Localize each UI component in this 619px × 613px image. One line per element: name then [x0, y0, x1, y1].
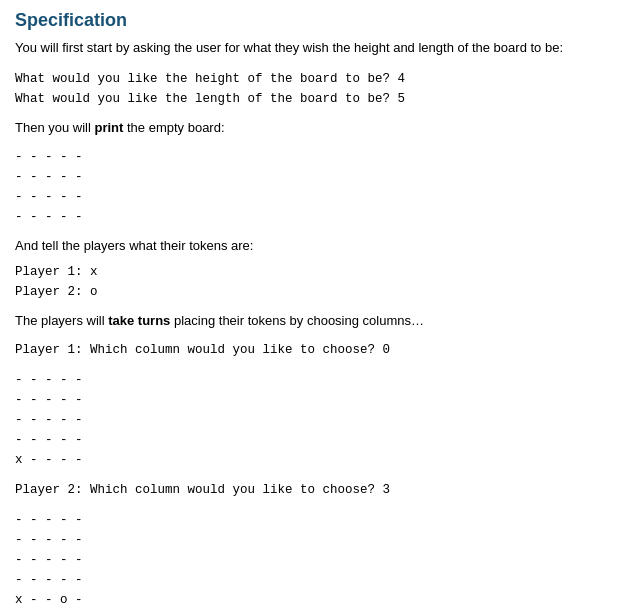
board-row: - - - - - — [15, 510, 604, 530]
page-title: Specification — [15, 10, 604, 31]
turn2-board: - - - - - - - - - - - - - - - - - - - - … — [15, 510, 604, 610]
turn1-prompt-line: Player 1: Which column would you like to… — [15, 340, 604, 360]
you-word: You will first start by asking the user … — [15, 40, 563, 55]
turn2-prompt-line: Player 2: Which column would you like to… — [15, 480, 604, 500]
board-row: - - - - - — [15, 167, 604, 187]
player1-token: Player 1: x — [15, 262, 604, 282]
turn1-prompt: Player 1: Which column would you like to… — [15, 340, 604, 360]
board-row: x - - - - — [15, 450, 604, 470]
board-row: - - - - - — [15, 390, 604, 410]
board-row: - - - - - — [15, 147, 604, 167]
tokens-label: And tell the players what their tokens a… — [15, 237, 604, 255]
height-prompt: What would you like the height of the bo… — [15, 69, 604, 89]
turn2-prompt: Player 2: Which column would you like to… — [15, 480, 604, 500]
player2-token: Player 2: o — [15, 282, 604, 302]
board-row: - - - - - — [15, 430, 604, 450]
empty-board-label: Then you will print the empty board: — [15, 119, 604, 137]
intro-text: You will first start by asking the user … — [15, 39, 604, 57]
input-prompts: What would you like the height of the bo… — [15, 69, 604, 109]
turns-label: The players will take turns placing thei… — [15, 312, 604, 330]
empty-board: - - - - - - - - - - - - - - - - - - - - — [15, 147, 604, 227]
board-row: x - - o - — [15, 590, 604, 610]
board-row: - - - - - — [15, 370, 604, 390]
turn1-board: - - - - - - - - - - - - - - - - - - - - … — [15, 370, 604, 470]
board-row: - - - - - — [15, 187, 604, 207]
tokens-display: Player 1: x Player 2: o — [15, 262, 604, 302]
board-row: - - - - - — [15, 570, 604, 590]
board-row: - - - - - — [15, 550, 604, 570]
length-prompt: What would you like the length of the bo… — [15, 89, 604, 109]
board-row: - - - - - — [15, 410, 604, 430]
board-row: - - - - - — [15, 530, 604, 550]
board-row: - - - - - — [15, 207, 604, 227]
